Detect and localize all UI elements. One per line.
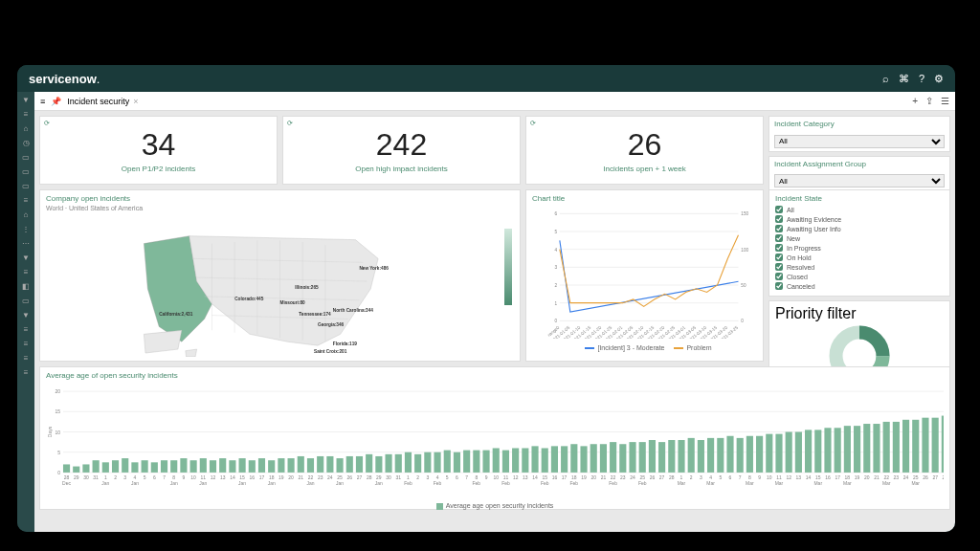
map-state-label[interactable]: Tennessee:174 xyxy=(299,312,331,317)
bar[interactable] xyxy=(668,440,675,473)
refresh-icon[interactable]: ⟳ xyxy=(530,120,536,127)
sidebar-menu-icon[interactable]: ≡ xyxy=(21,196,31,206)
gear-icon[interactable]: ⚙ xyxy=(934,73,944,85)
hamburger-icon[interactable]: ≡ xyxy=(40,97,45,106)
tab-incident-security[interactable]: Incident security × xyxy=(67,97,138,106)
bar[interactable] xyxy=(551,446,558,473)
sidebar-filter-icon[interactable]: ▼ xyxy=(21,96,31,105)
sidebar-list-icon[interactable]: ≡ xyxy=(21,110,31,120)
sidebar-caret-icon[interactable]: ▼ xyxy=(21,253,31,263)
sidebar-caret2-icon[interactable]: ▼ xyxy=(21,311,31,320)
bar[interactable] xyxy=(366,454,372,473)
us-map[interactable]: California:2,431Colorado:445Missouri:80I… xyxy=(46,213,514,357)
bar[interactable] xyxy=(835,428,841,473)
bar[interactable] xyxy=(795,432,802,473)
bar[interactable] xyxy=(590,444,597,473)
bar[interactable] xyxy=(756,436,763,473)
state-checkbox[interactable]: In Progress xyxy=(775,244,944,252)
bar[interactable] xyxy=(424,452,431,473)
map-breadcrumb[interactable]: World · United States of America xyxy=(46,205,514,211)
bar[interactable] xyxy=(726,436,733,473)
bar[interactable] xyxy=(512,448,519,472)
sidebar-misc2-icon[interactable]: ≡ xyxy=(21,340,31,349)
sidebar-group-icon[interactable]: ≡ xyxy=(21,268,31,277)
sidebar-clock-icon[interactable]: ◷ xyxy=(21,139,31,148)
bar[interactable] xyxy=(863,424,870,473)
bar[interactable] xyxy=(454,452,460,473)
bar[interactable] xyxy=(405,452,412,473)
bar[interactable] xyxy=(531,446,538,473)
checkbox[interactable] xyxy=(775,215,783,223)
bar[interactable] xyxy=(142,460,148,473)
refresh-icon[interactable]: ⟳ xyxy=(44,120,50,127)
map-state-label[interactable]: Saint Croix:201 xyxy=(314,349,347,354)
bar[interactable] xyxy=(688,438,695,473)
map-state-label[interactable]: Colorado:445 xyxy=(234,297,264,301)
state-checkbox[interactable]: Closed xyxy=(775,273,944,280)
bar[interactable] xyxy=(873,424,880,473)
bar[interactable] xyxy=(600,444,607,473)
bar[interactable] xyxy=(766,434,772,473)
bar[interactable] xyxy=(131,462,138,473)
search-icon[interactable]: ⌕ xyxy=(882,73,889,85)
bar[interactable] xyxy=(375,456,382,473)
bar[interactable] xyxy=(151,462,158,473)
bar[interactable] xyxy=(102,462,109,473)
state-checkbox[interactable]: Resolved xyxy=(775,263,944,271)
bar[interactable] xyxy=(707,438,714,473)
bar[interactable] xyxy=(805,430,812,473)
map-state-label[interactable]: Illinois:265 xyxy=(295,285,319,290)
bar[interactable] xyxy=(522,448,528,472)
bar[interactable] xyxy=(775,434,782,473)
bar[interactable] xyxy=(493,448,500,472)
sidebar-dots-icon[interactable]: ⋯ xyxy=(21,239,31,249)
sidebar-users-icon[interactable]: ⌂ xyxy=(21,210,31,220)
bar[interactable] xyxy=(942,416,944,473)
chat-icon[interactable]: ⌘ xyxy=(899,73,909,85)
bar[interactable] xyxy=(112,460,119,473)
bar[interactable] xyxy=(678,440,684,473)
bar[interactable] xyxy=(737,438,744,473)
bar[interactable] xyxy=(63,464,70,472)
bar[interactable] xyxy=(502,451,509,473)
bar[interactable] xyxy=(893,422,900,473)
bar[interactable] xyxy=(326,456,333,473)
bar[interactable] xyxy=(922,418,928,473)
bar[interactable] xyxy=(610,442,616,473)
bar[interactable] xyxy=(717,438,724,473)
category-select[interactable]: All xyxy=(774,135,945,148)
state-checkbox[interactable]: Canceled xyxy=(775,282,944,290)
bar[interactable] xyxy=(385,454,391,473)
bar[interactable] xyxy=(298,456,304,473)
map-state-label[interactable]: New York:486 xyxy=(359,266,389,271)
state-checkbox[interactable]: All xyxy=(775,206,944,213)
bar[interactable] xyxy=(210,460,216,473)
adjust-button[interactable]: ☰ xyxy=(941,96,949,106)
pin-icon[interactable]: 📌 xyxy=(51,97,61,106)
bar[interactable] xyxy=(883,422,890,473)
help-icon[interactable]: ? xyxy=(919,73,924,85)
bar[interactable] xyxy=(463,451,470,473)
bar[interactable] xyxy=(844,426,851,473)
bar[interactable] xyxy=(619,444,626,473)
bar[interactable] xyxy=(337,458,344,473)
bar[interactable] xyxy=(786,432,792,473)
close-icon[interactable]: × xyxy=(133,97,138,106)
bar[interactable] xyxy=(580,446,587,473)
bar[interactable] xyxy=(170,460,177,473)
map-state-label[interactable]: California:2,431 xyxy=(159,312,193,317)
bar[interactable] xyxy=(444,451,451,473)
bar[interactable] xyxy=(570,444,577,473)
map-state-label[interactable]: Georgia:346 xyxy=(318,322,345,327)
bar[interactable] xyxy=(542,448,548,472)
bar[interactable] xyxy=(219,458,226,473)
line-chart[interactable]: 0123456050100150range02021-01-052021-01-… xyxy=(532,205,757,339)
bar[interactable] xyxy=(268,460,275,473)
bar[interactable] xyxy=(258,458,265,473)
bar[interactable] xyxy=(190,460,197,473)
bar[interactable] xyxy=(629,442,635,473)
checkbox[interactable] xyxy=(775,206,783,213)
bar[interactable] xyxy=(229,460,235,473)
state-checkbox[interactable]: Awaiting User Info xyxy=(775,225,944,232)
state-checkbox[interactable]: On Hold xyxy=(775,253,944,261)
